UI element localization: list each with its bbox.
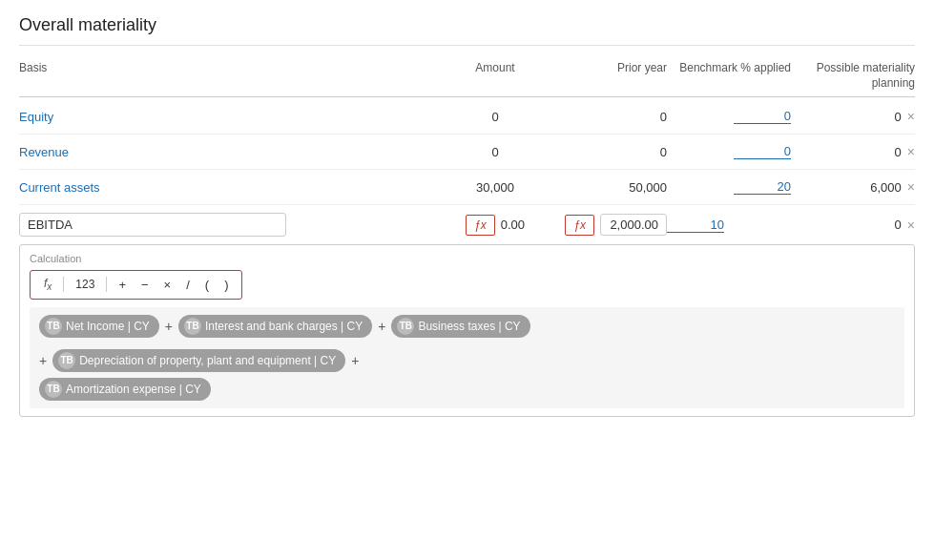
ebitda-label-input[interactable] (19, 213, 286, 237)
prior-current-assets: 50,000 (562, 180, 667, 195)
tag-interest-bank-label: Interest and bank charges | CY (205, 320, 363, 333)
header-benchmark: Benchmark % applied (667, 61, 791, 91)
tag-business-taxes-label: Business taxes | CY (418, 320, 520, 333)
benchmark-ebitda-input[interactable] (667, 218, 724, 233)
amount-revenue: 0 (428, 145, 562, 159)
tag-tb-badge: TB (45, 381, 62, 398)
basis-ebitda (19, 213, 428, 237)
page-title: Overall materiality (19, 15, 915, 46)
calc-multiply-button[interactable]: × (158, 276, 177, 294)
tag-tb-badge: TB (184, 318, 201, 335)
calc-fx-button[interactable]: fx (38, 275, 57, 294)
possible-ebitda-value: 0 (895, 218, 902, 232)
ebitda-amount-value: 0.00 (501, 218, 525, 232)
tag-interest-bank[interactable]: TB Interest and bank charges | CY (178, 315, 372, 338)
overall-materiality-table: Basis Amount Prior year Benchmark % appl… (19, 61, 915, 417)
fx-button-amount[interactable]: ƒx (466, 215, 495, 236)
ebitda-row: ƒx 0.00 ƒx 2,000.00 0 × (19, 205, 915, 240)
possible-current-assets: 6,000 × (791, 179, 915, 195)
calc-plus-button[interactable]: + (113, 276, 132, 294)
benchmark-current-assets-input[interactable] (734, 179, 791, 195)
fx-button-prior[interactable]: ƒx (565, 215, 594, 236)
calculation-label: Calculation (30, 253, 904, 264)
header-prior-year: Prior year (562, 61, 667, 91)
tags-area: TB Net Income | CY + TB Interest and ban… (30, 307, 904, 408)
calc-open-paren-button[interactable]: ( (199, 276, 215, 294)
tags-row-three: TB Amortization expense | CY (39, 378, 895, 401)
header-possible: Possible materiality planning (791, 61, 915, 91)
operator-plus-4: + (351, 353, 359, 368)
possible-equity: 0 × (791, 109, 915, 124)
tag-tb-badge: TB (397, 318, 414, 335)
tag-amortization[interactable]: TB Amortization expense | CY (39, 378, 211, 401)
possible-current-assets-value: 6,000 (870, 180, 902, 195)
table-row: Equity 0 0 0 × (19, 99, 915, 135)
calc-toolbar: fx 123 + − × / ( ) (30, 270, 242, 299)
basis-revenue: Revenue (19, 145, 428, 159)
prior-revenue: 0 (562, 145, 667, 159)
tag-amortization-label: Amortization expense | CY (66, 383, 201, 396)
calc-123-button[interactable]: 123 (70, 276, 100, 293)
benchmark-revenue-input[interactable] (734, 144, 791, 159)
tag-net-income-label: Net Income | CY (66, 320, 150, 333)
calc-close-paren-button[interactable]: ) (218, 276, 234, 294)
operator-plus-1: + (165, 319, 173, 334)
remove-equity-button[interactable]: × (907, 109, 915, 124)
tags-row-two: + TB Depreciation of property, plant and… (39, 349, 895, 372)
toolbar-divider (63, 277, 64, 292)
possible-revenue-value: 0 (895, 145, 902, 159)
possible-ebitda: 0 × (791, 218, 915, 233)
tag-tb-badge: TB (45, 318, 62, 335)
remove-revenue-button[interactable]: × (907, 144, 915, 159)
basis-current-assets: Current assets (19, 180, 428, 195)
benchmark-ebitda[interactable] (667, 218, 791, 233)
ebitda-amount-cell: ƒx 0.00 (428, 215, 562, 236)
remove-ebitda-button[interactable]: × (907, 218, 915, 233)
tag-business-taxes[interactable]: TB Business taxes | CY (391, 315, 529, 338)
amount-equity: 0 (428, 110, 562, 124)
calculation-section: Calculation fx 123 + − × / ( ) TB Net In… (19, 244, 915, 416)
benchmark-revenue[interactable] (667, 144, 791, 159)
toolbar-divider-2 (106, 277, 107, 292)
operator-plus-2: + (378, 319, 385, 334)
ebitda-prior-value: 2,000.00 (600, 214, 667, 236)
amount-current-assets: 30,000 (428, 180, 562, 195)
table-row: Revenue 0 0 0 × (19, 135, 915, 170)
possible-revenue: 0 × (791, 144, 915, 159)
basis-equity: Equity (19, 110, 428, 124)
calc-minus-button[interactable]: − (135, 276, 155, 294)
ebitda-prior-cell: ƒx 2,000.00 (562, 214, 667, 236)
tag-depreciation-label: Depreciation of property, plant and equi… (79, 354, 336, 367)
tag-net-income[interactable]: TB Net Income | CY (39, 315, 159, 338)
calc-divide-button[interactable]: / (180, 276, 196, 294)
operator-plus-3: + (39, 353, 47, 368)
remove-current-assets-button[interactable]: × (907, 179, 915, 195)
header-basis: Basis (19, 61, 428, 91)
benchmark-equity-input[interactable] (734, 109, 791, 124)
possible-equity-value: 0 (895, 110, 902, 124)
prior-equity: 0 (562, 110, 667, 124)
benchmark-current-assets[interactable] (667, 179, 791, 195)
header-amount: Amount (428, 61, 562, 91)
tag-depreciation[interactable]: TB Depreciation of property, plant and e… (52, 349, 345, 372)
benchmark-equity[interactable] (667, 109, 791, 124)
table-header: Basis Amount Prior year Benchmark % appl… (19, 61, 915, 97)
tag-tb-badge: TB (58, 352, 75, 369)
table-row: Current assets 30,000 50,000 6,000 × (19, 170, 915, 205)
